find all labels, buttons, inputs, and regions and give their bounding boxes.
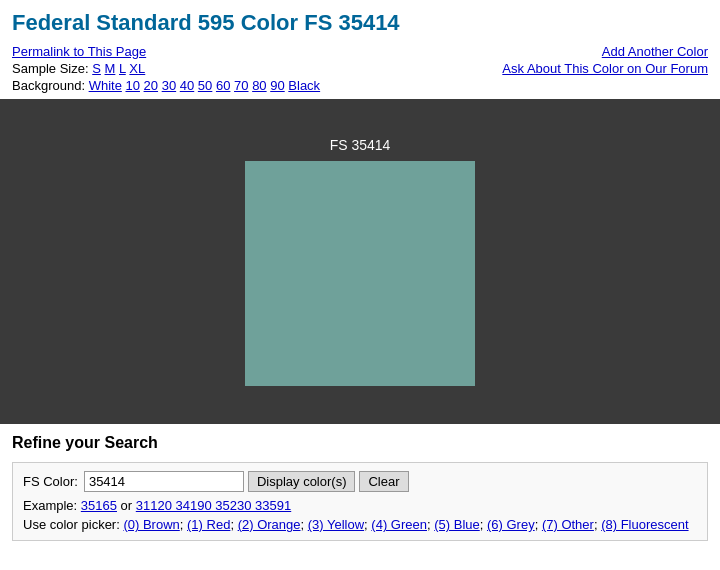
example-or: or bbox=[121, 498, 136, 513]
bg-60[interactable]: 60 bbox=[216, 78, 230, 93]
example-link-2[interactable]: 31120 34190 35230 33591 bbox=[136, 498, 291, 513]
color-code-label: FS 35414 bbox=[330, 137, 391, 153]
bg-10[interactable]: 10 bbox=[125, 78, 139, 93]
search-row: FS Color: Display color(s) Clear bbox=[23, 471, 697, 492]
example-row: Example: 35165 or 31120 34190 35230 3359… bbox=[23, 498, 697, 513]
picker-green[interactable]: (4) Green bbox=[371, 517, 427, 532]
color-preview-area: FS 35414 bbox=[0, 99, 720, 424]
sample-size-s[interactable]: S bbox=[92, 61, 101, 76]
picker-row: Use color picker: (0) Brown; (1) Red; (2… bbox=[23, 517, 697, 532]
refine-section: Refine your Search FS Color: Display col… bbox=[0, 424, 720, 551]
picker-red[interactable]: (1) Red bbox=[187, 517, 230, 532]
fs-color-input[interactable] bbox=[84, 471, 244, 492]
picker-blue[interactable]: (5) Blue bbox=[434, 517, 480, 532]
picker-orange[interactable]: (2) Orange bbox=[238, 517, 301, 532]
picker-brown[interactable]: (0) Brown bbox=[123, 517, 179, 532]
permalink-link[interactable]: Permalink to This Page bbox=[12, 44, 146, 59]
meta-left: Permalink to This Page Sample Size: S M … bbox=[12, 44, 320, 95]
permalink-line: Permalink to This Page bbox=[12, 44, 320, 59]
picker-label: Use color picker: bbox=[23, 517, 120, 532]
bg-90[interactable]: 90 bbox=[270, 78, 284, 93]
bg-80[interactable]: 80 bbox=[252, 78, 266, 93]
ask-forum-link[interactable]: Ask About This Color on Our Forum bbox=[502, 61, 708, 76]
meta-row: Permalink to This Page Sample Size: S M … bbox=[12, 44, 708, 95]
sample-size-label: Sample Size: bbox=[12, 61, 89, 76]
picker-yellow[interactable]: (3) Yellow bbox=[308, 517, 364, 532]
page-title: Federal Standard 595 Color FS 35414 bbox=[12, 10, 708, 36]
bg-white[interactable]: White bbox=[89, 78, 122, 93]
ask-forum-line: Ask About This Color on Our Forum bbox=[502, 61, 708, 76]
sample-size-m[interactable]: M bbox=[105, 61, 116, 76]
example-label: Example: bbox=[23, 498, 77, 513]
page-header: Federal Standard 595 Color FS 35414 Perm… bbox=[0, 0, 720, 99]
background-line: Background: White 10 20 30 40 50 60 70 8… bbox=[12, 78, 320, 93]
bg-40[interactable]: 40 bbox=[180, 78, 194, 93]
color-swatch bbox=[245, 161, 475, 386]
bg-30[interactable]: 30 bbox=[162, 78, 176, 93]
refine-title: Refine your Search bbox=[12, 434, 708, 452]
example-link-1[interactable]: 35165 bbox=[81, 498, 117, 513]
sample-size-line: Sample Size: S M L XL bbox=[12, 61, 320, 76]
meta-right: Add Another Color Ask About This Color o… bbox=[502, 44, 708, 78]
bg-20[interactable]: 20 bbox=[144, 78, 158, 93]
background-label: Background: bbox=[12, 78, 85, 93]
sample-size-xl[interactable]: XL bbox=[129, 61, 145, 76]
bg-50[interactable]: 50 bbox=[198, 78, 212, 93]
picker-fluorescent[interactable]: (8) Fluorescent bbox=[601, 517, 688, 532]
display-colors-button[interactable]: Display color(s) bbox=[248, 471, 356, 492]
add-color-link[interactable]: Add Another Color bbox=[602, 44, 708, 59]
picker-other[interactable]: (7) Other bbox=[542, 517, 594, 532]
fs-color-label: FS Color: bbox=[23, 474, 78, 489]
sample-size-l[interactable]: L bbox=[119, 61, 126, 76]
clear-button[interactable]: Clear bbox=[359, 471, 408, 492]
add-color-line: Add Another Color bbox=[502, 44, 708, 59]
search-box: FS Color: Display color(s) Clear Example… bbox=[12, 462, 708, 541]
bg-black[interactable]: Black bbox=[288, 78, 320, 93]
bg-70[interactable]: 70 bbox=[234, 78, 248, 93]
picker-grey[interactable]: (6) Grey bbox=[487, 517, 535, 532]
